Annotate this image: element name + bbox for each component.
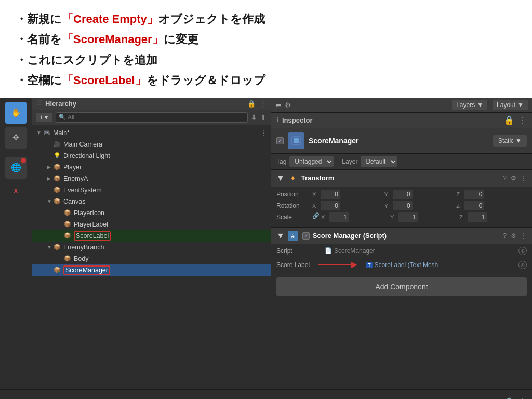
layers-button[interactable]: Layers ▼ [452, 100, 487, 110]
score-manager-section: ▼ # ✓ Score Manager (Script) ? ⚙ ⋮ Scrip… [271, 228, 532, 272]
tree-item-event-system[interactable]: 📦 EventSystem [32, 184, 271, 196]
global-icon[interactable]: 🌐 [5, 157, 27, 179]
tree-item-enemy-a[interactable]: ▶ 📦 EnemyA [32, 173, 271, 184]
position-fields: X Y Z [312, 190, 527, 199]
x-axis-pos: X [312, 191, 320, 197]
settings-icon[interactable]: ⚙ [511, 175, 516, 182]
script-field-label: Script [276, 247, 321, 255]
tree-item-player-label[interactable]: 📦 PlayerLabel [32, 219, 271, 230]
script-more-icon[interactable]: ⋮ [521, 232, 527, 240]
score-label-field-label: Score Label [276, 261, 321, 269]
pos-z-input[interactable] [464, 190, 484, 199]
tree-item-main[interactable]: ▼ 🎮 Main* ⋮ [32, 127, 271, 139]
hierarchy-toolbar: +▼ 🔍 ⬇ ⬆ [32, 110, 271, 125]
red-dot [21, 158, 26, 163]
tree-item-main-camera[interactable]: 🎥 Main Camera [32, 139, 271, 150]
cube-icon-player: 📦 [53, 163, 61, 171]
sca-y-input[interactable] [398, 212, 418, 222]
rotation-label: Rotation [276, 202, 310, 209]
script-active-checkbox[interactable]: ✓ [302, 232, 310, 240]
pos-y-field: Y [384, 190, 455, 199]
gear-icon[interactable]: ⚙ [285, 101, 291, 109]
sca-x-input[interactable] [329, 212, 349, 222]
score-manager-header[interactable]: ▼ # ✓ Score Manager (Script) ? ⚙ ⋮ [271, 228, 532, 244]
script-name-text: ScoreManager [334, 247, 375, 255]
transform-arrow: ▼ [276, 174, 285, 183]
score-manager-highlight: 「ScoreManager」 [62, 33, 164, 46]
script-field-value: 📄 ScoreManager [325, 247, 514, 255]
x-axis-rot: X [312, 203, 320, 209]
tree-item-score-label[interactable]: 📦 ScoreLabel [32, 230, 271, 242]
filter-icon[interactable]: ⬆ [260, 113, 267, 122]
dots-main[interactable]: ⋮ [260, 129, 267, 137]
scale-row: Scale 🔗 X Y Z [276, 212, 527, 222]
cube-icon-body: 📦 [63, 255, 72, 263]
layer-label: Layer [342, 158, 357, 165]
layer-select[interactable]: Default [361, 156, 397, 167]
sort-icon[interactable]: ⬇ [251, 113, 257, 122]
instruction-line-1: ・新規に「Create Empty」オブジェクトを作成 [16, 9, 516, 29]
arrow-enemy-a: ▶ [47, 176, 53, 181]
transform-icon: ✦ [288, 173, 298, 183]
score-label-circle-button[interactable]: ◎ [518, 261, 527, 269]
project-lock-icon[interactable]: 🔒 [504, 397, 514, 399]
tree-label-enemy-a: EnemyA [63, 175, 88, 182]
menu-icon[interactable]: ☰ [36, 100, 42, 107]
add-component-button[interactable]: Add Component [276, 277, 527, 296]
instruction-line-2: ・名前を「ScoreManager」に変更 [16, 30, 516, 49]
tree-item-body[interactable]: 📦 Body [32, 253, 271, 264]
layers-dropdown-icon: ▼ [477, 101, 483, 109]
hand-tool-icon[interactable]: ✋ [5, 102, 27, 124]
scale-lock-icon: 🔗 [312, 212, 320, 222]
pos-y-input[interactable] [393, 190, 413, 199]
help-icon[interactable]: ? [503, 175, 507, 182]
inspector-header: ℹ Inspector 🔒 ⋮ [271, 113, 532, 128]
move-tool-icon[interactable]: ✥ [5, 127, 27, 149]
rot-y-input[interactable] [393, 201, 413, 210]
tree-item-player-icon[interactable]: 📦 PlayerIcon [32, 207, 271, 219]
y-axis-rot: Y [384, 203, 392, 209]
inspector-title: Inspector [282, 116, 313, 124]
tree-label-score-label: ScoreLabel [74, 231, 111, 241]
layout-button[interactable]: Layout ▼ [493, 100, 528, 110]
transform-grid: Position X Y Z [271, 187, 532, 227]
add-component-section: Add Component [271, 272, 532, 301]
transform-header[interactable]: ▼ ✦ Transform ? ⚙ ⋮ [271, 170, 532, 187]
tree-item-score-manager[interactable]: 📦 ScoreManager [32, 264, 271, 276]
tree-item-enemy-branch[interactable]: ▼ 📦 EnemyBranch [32, 242, 271, 253]
hierarchy-topbar: ☰ Hierarchy 🔒 ⋮ [32, 98, 271, 110]
z-axis-rot: Z [456, 203, 463, 209]
inspector-lock-icon[interactable]: 🔒 [504, 115, 514, 125]
pos-x-input[interactable] [321, 190, 340, 199]
tree-item-directional-light[interactable]: 💡 Directional Light [32, 150, 271, 162]
add-button[interactable]: +▼ [36, 113, 52, 122]
tree-item-player[interactable]: ▶ 📦 Player [32, 162, 271, 173]
tree-item-canvas[interactable]: ▼ 📦 Canvas [32, 196, 271, 207]
tree-label-directional-light: Directional Light [63, 152, 110, 159]
search-input[interactable] [56, 112, 248, 123]
project-dots-icon[interactable]: ⋮ [518, 397, 527, 399]
hierarchy-tree: ▼ 🎮 Main* ⋮ 🎥 Main Camera 💡 Directional … [32, 125, 271, 389]
transform-component-icons: ? ⚙ ⋮ [503, 175, 527, 182]
rot-x-input[interactable] [321, 201, 340, 210]
back-icon[interactable]: ⬅ [275, 101, 282, 109]
x-axis-sca: X [321, 214, 328, 220]
dots-icon[interactable]: ⋮ [260, 100, 267, 108]
lock-icon[interactable]: 🔒 [247, 100, 256, 108]
rotation-row: Rotation X Y Z [276, 201, 527, 210]
more-icon[interactable]: ⋮ [521, 175, 527, 182]
sca-z-input[interactable] [468, 212, 487, 222]
active-checkbox[interactable]: ✓ [276, 137, 284, 144]
tag-select[interactable]: Untagged [289, 156, 334, 167]
script-settings-icon[interactable]: ⚙ [511, 232, 516, 240]
transform-section: ▼ ✦ Transform ? ⚙ ⋮ Position [271, 170, 532, 228]
hash-icon: # [288, 231, 298, 241]
script-help-icon[interactable]: ? [503, 232, 507, 240]
script-section-arrow: ▼ [276, 231, 285, 241]
inspector-topbar: ⬅ ⚙ Layers ▼ Layout ▼ [271, 98, 532, 113]
tree-label-main: Main* [53, 129, 70, 137]
rot-z-input[interactable] [464, 201, 484, 210]
inspector-dots-icon[interactable]: ⋮ [518, 115, 527, 125]
static-button[interactable]: Static ▼ [493, 135, 527, 147]
script-circle-button[interactable]: ◎ [518, 247, 527, 255]
